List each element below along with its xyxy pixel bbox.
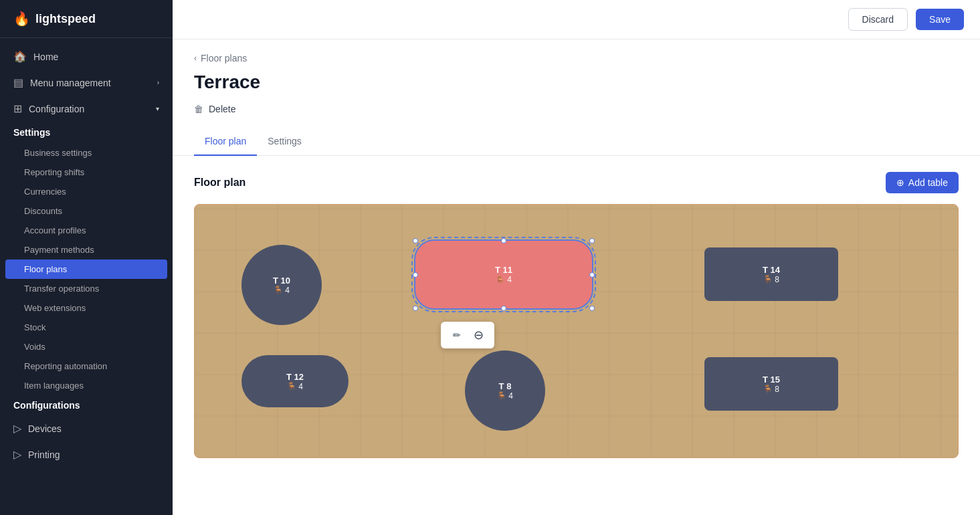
add-table-plus-icon: ⊕ [896,177,904,188]
settings-section-label: Settings [0,122,173,143]
printing-icon: ▷ [13,448,21,461]
sidebar-item-reporting-automation[interactable]: Reporting automation [0,356,173,376]
table-edit-button[interactable]: ✏ [448,326,466,344]
home-label: Home [33,51,58,62]
sidebar-item-reporting-shifts[interactable]: Reporting shifts [0,163,173,182]
sidebar-item-item-languages[interactable]: Item languages [0,376,173,395]
table-T10-seats: 🪑 4 [274,286,290,295]
floor-plan-title: Floor plan [194,177,246,189]
handle-left [413,272,418,278]
logo-text: lightspeed [35,12,96,26]
sidebar: 🔥 lightspeed 🏠 Home ▤ Menu management › … [0,0,173,515]
tab-settings[interactable]: Settings [257,128,312,156]
table-T15-name: T 15 [763,375,780,385]
table-T8-name: T 8 [499,381,512,391]
remove-icon: ⊖ [474,328,484,342]
sidebar-item-devices[interactable]: ▷ Devices [0,415,173,441]
breadcrumb[interactable]: ‹ Floor plans [194,53,959,64]
breadcrumb-chevron-icon: ‹ [194,54,197,63]
table-remove-button[interactable]: ⊖ [469,326,488,344]
table-T15[interactable]: T 15 🪑 8 [704,357,838,411]
table-T11-name: T 11 [495,265,512,275]
delete-button[interactable]: 🗑 Delete [194,104,959,114]
save-button[interactable]: Save [916,9,964,30]
handle-tr [589,238,595,243]
seat-icon-t14: 🪑 [763,275,773,284]
table-T12-seats: 🪑 4 [287,382,303,391]
table-T12-name: T 12 [286,372,304,382]
sidebar-nav: 🏠 Home ▤ Menu management › ⊞ Configurati… [0,38,173,515]
sidebar-item-stock[interactable]: Stock [0,318,173,337]
sidebar-item-voids[interactable]: Voids [0,337,173,356]
sidebar-item-transfer-operations[interactable]: Transfer operations [0,279,173,298]
sidebar-item-account-profiles[interactable]: Account profiles [0,221,173,240]
handle-right [589,272,595,278]
table-toolbar: ✏ ⊖ [441,322,494,348]
seat-icon-t15: 🪑 [763,385,773,393]
trash-icon: 🗑 [194,104,203,114]
sidebar-item-configurations[interactable]: Configurations [0,395,173,415]
table-T14[interactable]: T 14 🪑 8 [704,247,838,301]
devices-icon: ▷ [13,422,21,435]
config-chevron-icon: ▾ [156,105,159,112]
seat-icon-t8: 🪑 [497,391,506,400]
table-T10-name: T 10 [273,276,290,286]
table-T14-name: T 14 [763,265,780,275]
delete-label: Delete [209,104,235,114]
add-table-button[interactable]: ⊕ Add table [886,172,959,193]
configuration-label: Configuration [29,104,84,114]
sidebar-item-menu-management[interactable]: ▤ Menu management › [0,70,173,96]
sidebar-item-business-settings[interactable]: Business settings [0,143,173,163]
discard-button[interactable]: Discard [848,8,908,31]
main-content: Discard Save ‹ Floor plans Terrace 🗑 Del… [173,0,980,515]
table-T11[interactable]: T 11 🪑 4 [414,239,593,310]
config-icon: ⊞ [13,102,22,115]
content-area: ‹ Floor plans Terrace 🗑 Delete Floor pla… [173,39,980,515]
table-T11-seats: 🪑 4 [496,275,512,284]
tab-floor-plan[interactable]: Floor plan [194,128,257,156]
handle-top [501,238,506,243]
menu-chevron-icon: › [157,79,159,86]
sidebar-item-printing[interactable]: ▷ Printing [0,441,173,468]
sidebar-item-home[interactable]: 🏠 Home [0,43,173,70]
table-T14-seats: 🪑 8 [763,275,779,284]
add-table-label: Add table [908,177,948,188]
handle-bottom [501,306,506,311]
printing-label: Printing [28,449,60,460]
sidebar-item-floor-plans[interactable]: Floor plans [5,260,167,279]
table-T15-seats: 🪑 8 [763,385,779,394]
seat-icon: 🪑 [274,286,283,294]
table-T10[interactable]: T 10 🪑 4 [241,245,322,325]
seat-icon-t11: 🪑 [496,276,505,284]
logo-icon: 🔥 [13,11,30,27]
page-title: Terrace [194,72,959,93]
topbar: Discard Save [173,0,980,39]
menu-management-label: Menu management [30,78,111,88]
floor-plan-header: Floor plan ⊕ Add table [194,172,959,193]
breadcrumb-label: Floor plans [201,53,247,64]
table-T8-seats: 🪑 4 [497,391,513,401]
handle-bl [413,306,418,311]
page-header: ‹ Floor plans Terrace 🗑 Delete [173,39,980,114]
sidebar-logo: 🔥 lightspeed [0,0,173,38]
sidebar-item-configuration[interactable]: ⊞ Configuration ▾ [0,96,173,122]
sidebar-item-web-extensions[interactable]: Web extensions [0,298,173,318]
menu-icon: ▤ [13,76,23,89]
home-icon: 🏠 [13,50,27,63]
sidebar-item-currencies[interactable]: Currencies [0,182,173,201]
sidebar-item-discounts[interactable]: Discounts [0,201,173,221]
floor-canvas[interactable]: T 10 🪑 4 T 11 🪑 4 [194,204,959,458]
handle-br [589,306,595,311]
devices-label: Devices [28,423,62,434]
tabs: Floor plan Settings [173,128,980,156]
floor-plan-section: Floor plan ⊕ Add table T 10 🪑 4 [173,156,980,474]
sidebar-item-payment-methods[interactable]: Payment methods [0,240,173,260]
edit-icon: ✏ [453,330,461,340]
handle-tl [413,238,418,243]
table-T12[interactable]: T 12 🪑 4 [241,355,349,407]
table-T8[interactable]: T 8 🪑 4 [465,350,545,431]
seat-icon-t12: 🪑 [287,382,296,391]
